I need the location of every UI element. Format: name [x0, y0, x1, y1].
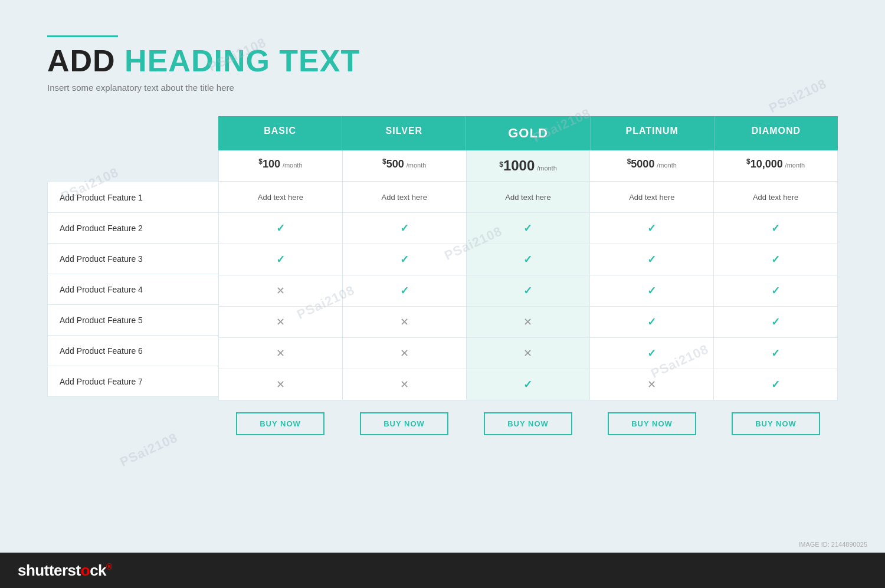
table-row: ✕ ✕ ✓ ✕ ✓ — [218, 369, 838, 400]
header-spacer — [47, 116, 218, 150]
pricing-table: Add Product Feature 1 Add Product Featur… — [47, 116, 838, 400]
buy-now-gold-button[interactable]: BUY NOW — [484, 412, 572, 435]
check-icon: ✓ — [276, 253, 285, 266]
check-icon: ✓ — [771, 378, 780, 391]
page-heading: ADD HEADING TEXT — [47, 44, 838, 78]
check-icon: ✓ — [647, 316, 656, 329]
feature5-gold: ✕ — [467, 307, 591, 337]
feature1-gold: Add text here — [467, 182, 591, 212]
feature2-silver: ✓ — [343, 213, 467, 244]
plan-header-diamond: DIAMOND — [714, 116, 838, 150]
feature5-silver: ✕ — [343, 307, 467, 337]
feature-label-column: Add Product Feature 1 Add Product Featur… — [47, 116, 218, 400]
check-icon: ✓ — [771, 284, 780, 297]
feature2-gold: ✓ — [467, 213, 591, 244]
table-row: ✕ ✕ ✕ ✓ ✓ — [218, 338, 838, 369]
feature6-diamond: ✓ — [714, 338, 837, 369]
check-icon: ✓ — [523, 378, 532, 391]
check-icon: ✓ — [523, 253, 532, 266]
feature-label-4: Add Product Feature 4 — [47, 274, 218, 305]
table-row: ✕ ✓ ✓ ✓ ✓ — [218, 275, 838, 307]
cross-icon: ✕ — [276, 378, 285, 391]
buy-now-diamond-button[interactable]: BUY NOW — [732, 412, 820, 435]
image-id-label: IMAGE ID: 2144890025 — [798, 541, 867, 548]
buy-btn-wrapper-diamond: BUY NOW — [714, 412, 838, 435]
cross-icon: ✕ — [523, 347, 532, 360]
price-row: $100 /month $500 /month $1000 /month $50… — [218, 150, 838, 182]
plan-header-silver: SILVER — [342, 116, 466, 150]
cross-icon: ✕ — [276, 316, 285, 329]
check-icon: ✓ — [400, 222, 409, 235]
feature6-silver: ✕ — [343, 338, 467, 369]
buy-btn-wrapper-basic: BUY NOW — [218, 412, 342, 435]
buy-now-basic-button[interactable]: BUY NOW — [236, 412, 324, 435]
check-icon: ✓ — [276, 222, 285, 235]
cross-icon: ✕ — [276, 284, 285, 297]
buy-btn-wrapper-gold: BUY NOW — [466, 412, 590, 435]
feature-label-1: Add Product Feature 1 — [47, 182, 218, 213]
feature6-gold: ✕ — [467, 338, 591, 369]
feature4-basic: ✕ — [219, 275, 343, 306]
check-icon: ✓ — [400, 253, 409, 266]
feature-label-6: Add Product Feature 6 — [47, 336, 218, 366]
cross-icon: ✕ — [400, 347, 409, 360]
watermark-7: PSai2108 — [117, 430, 180, 470]
check-icon: ✓ — [523, 284, 532, 297]
buy-now-platinum-button[interactable]: BUY NOW — [608, 412, 696, 435]
feature1-basic: Add text here — [219, 182, 343, 212]
feature4-diamond: ✓ — [714, 275, 837, 306]
check-icon: ✓ — [647, 347, 656, 360]
table-row: ✓ ✓ ✓ ✓ ✓ — [218, 213, 838, 244]
feature2-basic: ✓ — [219, 213, 343, 244]
feature7-diamond: ✓ — [714, 369, 837, 400]
check-icon: ✓ — [647, 284, 656, 297]
cross-icon: ✕ — [523, 316, 532, 329]
shutterstock-logo: shutterstock® — [18, 561, 112, 580]
price-platinum: $5000 /month — [590, 150, 714, 181]
feature6-basic: ✕ — [219, 338, 343, 369]
buy-now-silver-button[interactable]: BUY NOW — [360, 412, 448, 435]
cross-icon: ✕ — [400, 378, 409, 391]
feature3-silver: ✓ — [343, 244, 467, 275]
feature-label-3: Add Product Feature 3 — [47, 244, 218, 274]
heading-add: ADD — [47, 44, 124, 78]
buy-btn-wrapper-silver: BUY NOW — [342, 412, 466, 435]
shutterstock-logo-o: o — [81, 561, 90, 579]
price-gold: $1000 /month — [467, 150, 591, 181]
feature-label-5: Add Product Feature 5 — [47, 305, 218, 336]
feature6-platinum: ✓ — [590, 338, 714, 369]
cross-icon: ✕ — [276, 347, 285, 360]
feature5-diamond: ✓ — [714, 307, 837, 337]
feature2-diamond: ✓ — [714, 213, 837, 244]
plans-area: BASIC SILVER GOLD PLATINUM DIAMOND $100 … — [218, 116, 838, 400]
feature5-platinum: ✓ — [590, 307, 714, 337]
feature7-basic: ✕ — [219, 369, 343, 400]
feature7-silver: ✕ — [343, 369, 467, 400]
feature7-platinum: ✕ — [590, 369, 714, 400]
cross-icon: ✕ — [647, 378, 656, 391]
feature3-basic: ✓ — [219, 244, 343, 275]
feature4-silver: ✓ — [343, 275, 467, 306]
check-icon: ✓ — [771, 316, 780, 329]
check-icon: ✓ — [771, 347, 780, 360]
main-content: ADD HEADING TEXT Insert some explanatory… — [0, 0, 885, 435]
check-icon: ✓ — [647, 253, 656, 266]
check-icon: ✓ — [523, 222, 532, 235]
page-subheading: Insert some explanatory text about the t… — [47, 83, 838, 93]
feature5-basic: ✕ — [219, 307, 343, 337]
plan-header-platinum: PLATINUM — [591, 116, 714, 150]
data-rows: Add text here Add text here Add text her… — [218, 182, 838, 400]
heading-accent-line — [47, 35, 118, 37]
plan-header-basic: BASIC — [218, 116, 342, 150]
feature3-platinum: ✓ — [590, 244, 714, 275]
buy-buttons-row: BUY NOW BUY NOW BUY NOW BUY NOW BUY NOW — [47, 412, 838, 435]
feature4-platinum: ✓ — [590, 275, 714, 306]
shutterstock-footer-bar: shutterstock® — [0, 553, 885, 588]
feature4-gold: ✓ — [467, 275, 591, 306]
buy-btn-wrapper-platinum: BUY NOW — [590, 412, 714, 435]
price-silver: $500 /month — [343, 150, 467, 181]
feature3-diamond: ✓ — [714, 244, 837, 275]
check-icon: ✓ — [400, 284, 409, 297]
feature1-diamond: Add text here — [714, 182, 837, 212]
check-icon: ✓ — [647, 222, 656, 235]
